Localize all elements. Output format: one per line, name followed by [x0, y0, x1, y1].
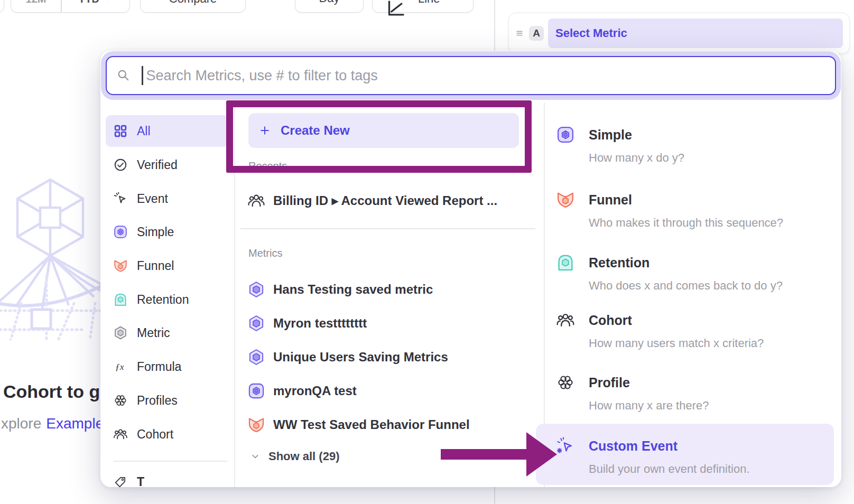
- show-all-label: Show all (29): [268, 450, 339, 463]
- saved-metric-hexagon-icon: [247, 314, 265, 332]
- decorative-illustration: [0, 170, 103, 340]
- profiles-flower-icon: [556, 373, 575, 392]
- funnel-icon: [556, 190, 575, 209]
- type-item-custom-event[interactable]: Custom Event Build your own event defini…: [556, 436, 750, 476]
- type-title: Retention: [589, 253, 783, 272]
- sidebar-item-label: T: [137, 475, 144, 488]
- recents-heading: Recents: [248, 160, 287, 172]
- sidebar-item-label: Retention: [137, 293, 189, 307]
- sidebar-item-partial[interactable]: T: [106, 466, 229, 487]
- type-subtitle: How many x do y?: [589, 151, 684, 165]
- sidebar-item-label: Verified: [137, 158, 178, 172]
- sidebar-item-retention[interactable]: Retention: [106, 284, 229, 315]
- event-cursor-icon: [113, 191, 128, 206]
- metric-item-label: Unique Users Saving Metrics: [273, 350, 448, 365]
- sidebar-item-profiles[interactable]: Profiles: [106, 385, 229, 416]
- grid-icon: [113, 124, 128, 138]
- chart-type-line-button[interactable]: Line: [372, 0, 474, 13]
- type-title: Cohort: [589, 311, 764, 330]
- type-item-profile[interactable]: Profile How many x are there?: [556, 373, 709, 413]
- metric-item-label: WW Test Saved Behavior Funnel: [273, 417, 470, 432]
- toolbar-button-fragment[interactable]: [0, 0, 4, 13]
- sidebar-section-divider: [113, 461, 227, 462]
- example-link[interactable]: Example: [46, 415, 104, 432]
- metric-list-item[interactable]: Hans Testing saved metric: [247, 277, 433, 302]
- sidebar-item-simple[interactable]: Simple: [106, 216, 229, 248]
- metric-item-label: Myron testttttttt: [273, 316, 367, 331]
- type-item-cohort[interactable]: Cohort How many users match x criteria?: [556, 311, 764, 350]
- report-page: Cohort to ge xploreExample 12M YTD Compa…: [0, 0, 854, 504]
- sidebar-item-label: Profiles: [137, 394, 178, 408]
- compare-button[interactable]: Compare: [140, 0, 246, 13]
- metric-list-item[interactable]: Myron testttttttt: [247, 311, 367, 336]
- type-subtitle: Who makes it through this sequence?: [589, 216, 783, 230]
- sidebar-item-funnel[interactable]: Funnel: [106, 250, 229, 282]
- type-item-retention[interactable]: Retention Who does x and comes back to d…: [556, 253, 783, 293]
- simple-icon: [113, 225, 128, 239]
- type-subtitle: How many x are there?: [589, 399, 709, 413]
- recent-item-billing[interactable]: Billing ID ▸ Account Viewed Report ...: [247, 188, 497, 213]
- subtext-fragment: xplore: [1, 415, 41, 432]
- sidebar-item-event[interactable]: Event: [106, 183, 229, 214]
- recents-metrics-divider: [240, 228, 535, 229]
- create-new-button[interactable]: Create New: [248, 113, 519, 148]
- metric-hexagon-icon: [113, 325, 128, 340]
- cohort-people-icon: [113, 427, 128, 442]
- funnel-icon: [113, 258, 128, 273]
- select-metric-pill[interactable]: Select Metric: [548, 18, 843, 48]
- line-chart-icon: [385, 0, 406, 20]
- type-title: Simple: [589, 125, 684, 144]
- sidebar-item-cohort[interactable]: Cohort: [106, 418, 229, 450]
- saved-metric-hexagon-icon: [247, 281, 265, 298]
- plus-icon: [258, 124, 272, 137]
- sidebar-item-label: All: [137, 124, 151, 138]
- sidebar-item-label: Formula: [137, 360, 181, 374]
- metric-row-card: A Select Metric: [508, 13, 850, 54]
- drag-handle-icon[interactable]: [514, 28, 525, 39]
- sidebar-item-label: Funnel: [137, 259, 174, 273]
- type-item-funnel[interactable]: Funnel Who makes it through this sequenc…: [556, 190, 783, 230]
- show-all-button[interactable]: Show all (29): [249, 446, 339, 467]
- sidebar-divider: [234, 102, 235, 487]
- type-title: Funnel: [589, 190, 783, 209]
- sidebar-item-verified[interactable]: Verified: [106, 149, 229, 181]
- range-ytd-label: YTD: [78, 0, 99, 5]
- type-title: Profile: [589, 373, 709, 392]
- date-range-control: 12M YTD: [11, 0, 130, 13]
- text-cursor: [142, 66, 143, 85]
- recent-item-label: Billing ID ▸ Account Viewed Report ...: [273, 193, 497, 208]
- retention-icon: [113, 292, 128, 307]
- cohort-people-icon: [556, 311, 575, 330]
- sidebar-item-label: Event: [137, 192, 168, 206]
- formula-icon: [113, 359, 128, 374]
- search-input[interactable]: [145, 59, 836, 92]
- empty-state-heading: Cohort to ge: [3, 381, 110, 402]
- type-subtitle: How many users match x criteria?: [589, 337, 764, 350]
- type-title: Custom Event: [589, 436, 750, 455]
- saved-metric-hexagon-icon: [247, 348, 265, 366]
- verified-icon: [113, 157, 128, 172]
- create-new-label: Create New: [281, 123, 350, 138]
- range-ytd-button[interactable]: YTD: [62, 0, 129, 12]
- interval-day-button[interactable]: Day: [295, 0, 364, 13]
- sidebar-item-label: Simple: [137, 225, 174, 239]
- metric-list-item[interactable]: WW Test Saved Behavior Funnel: [247, 412, 470, 437]
- type-item-simple[interactable]: Simple How many x do y?: [556, 125, 684, 165]
- type-subtitle: Build your own event definition.: [589, 462, 750, 476]
- metric-list-item[interactable]: myronQA test: [247, 378, 357, 404]
- profiles-flower-icon: [113, 393, 128, 408]
- metric-letter-badge: A: [529, 26, 544, 41]
- sidebar-item-metric[interactable]: Metric: [106, 317, 229, 349]
- funnel-icon: [247, 416, 265, 434]
- simple-icon: [247, 382, 265, 400]
- range-12m-button[interactable]: 12M: [11, 0, 61, 12]
- metric-item-label: myronQA test: [273, 384, 357, 398]
- empty-state-subtext: xploreExample: [1, 415, 104, 432]
- metric-search-box: [106, 56, 836, 95]
- metric-list-item[interactable]: Unique Users Saving Metrics: [247, 344, 448, 370]
- sidebar-item-all[interactable]: All: [106, 115, 229, 147]
- sidebar-item-formula[interactable]: Formula: [106, 351, 229, 382]
- metrics-heading: Metrics: [248, 247, 282, 259]
- custom-event-icon: [556, 436, 575, 455]
- metric-picker-modal: All Verified Event Simple Funnel Retenti…: [100, 51, 841, 487]
